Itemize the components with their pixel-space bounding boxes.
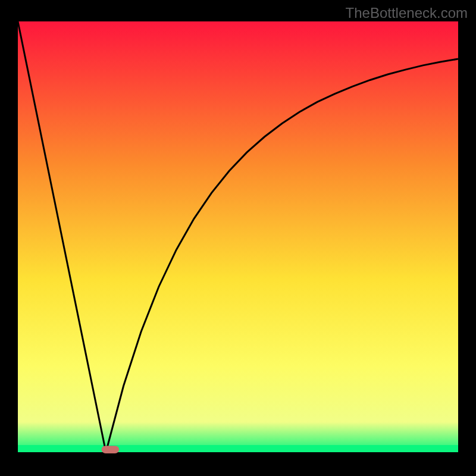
min-point-marker: [102, 446, 120, 453]
green-bottom-strip: [18, 445, 458, 452]
bottleneck-chart: [0, 0, 476, 476]
watermark-text: TheBottleneck.com: [346, 5, 468, 21]
plot-area: [18, 21, 458, 452]
chart-container: TheBottleneck.com: [0, 0, 476, 476]
